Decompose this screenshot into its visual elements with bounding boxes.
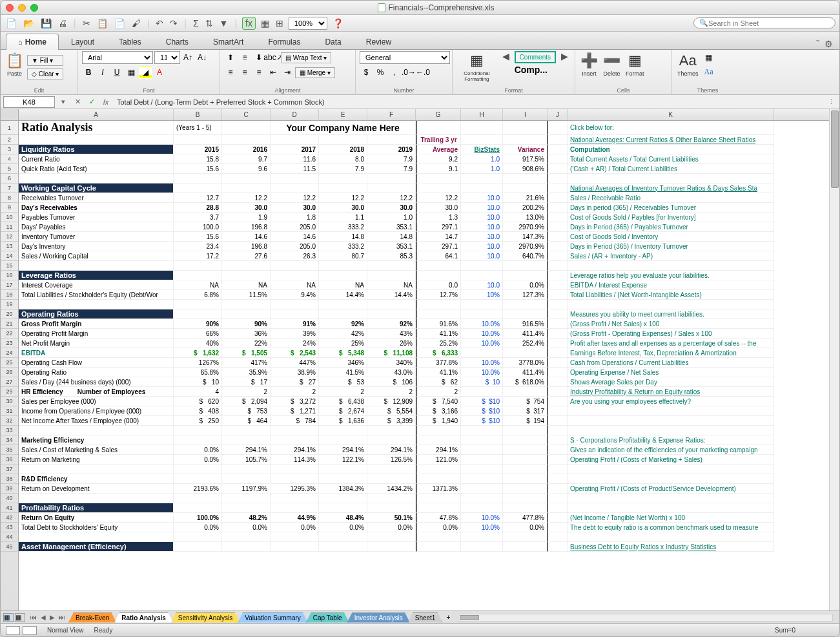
cell[interactable]: 1.1 bbox=[319, 213, 367, 222]
cell[interactable]: 196.8 bbox=[222, 222, 271, 232]
cell[interactable] bbox=[548, 445, 568, 455]
sort-icon[interactable]: ⇅ bbox=[204, 17, 214, 30]
row-header[interactable]: 5 bbox=[1, 164, 18, 174]
col-header[interactable]: I bbox=[503, 109, 548, 120]
group-icon[interactable]: ⊞ bbox=[274, 17, 285, 30]
cell[interactable]: 0.0% bbox=[503, 280, 548, 290]
section-header[interactable]: Liquidity Ratios bbox=[19, 145, 174, 154]
cell[interactable]: $ $10 bbox=[461, 416, 503, 426]
cell[interactable] bbox=[568, 494, 774, 503]
row-header[interactable]: 1 bbox=[1, 121, 18, 135]
cell[interactable]: 294.1% bbox=[271, 445, 319, 455]
cell[interactable]: The debt to equity ratio is a common ben… bbox=[568, 523, 774, 532]
tab-tables[interactable]: Tables bbox=[107, 34, 154, 50]
delete-cells-button[interactable]: ➖Delete bbox=[602, 51, 622, 78]
cell[interactable]: 346% bbox=[319, 358, 367, 368]
cell[interactable]: 105.7% bbox=[222, 455, 271, 465]
cell[interactable] bbox=[271, 135, 319, 145]
cell[interactable]: 14.8 bbox=[319, 232, 367, 242]
cell[interactable]: Total Current Assets / Total Current Lia… bbox=[568, 154, 774, 164]
cell[interactable]: 23.4 bbox=[174, 242, 222, 251]
font-name-combo[interactable]: Arial bbox=[82, 51, 153, 64]
cell[interactable]: $ 7,540 bbox=[416, 397, 461, 406]
cell[interactable] bbox=[568, 174, 774, 183]
redo-icon[interactable]: ↷ bbox=[169, 17, 179, 30]
cell[interactable] bbox=[548, 174, 568, 183]
sheet-tab[interactable]: Valuation Summary bbox=[238, 612, 308, 623]
cell[interactable]: 10.0 bbox=[461, 242, 503, 251]
col-header[interactable]: A bbox=[19, 109, 174, 120]
cell[interactable]: 353.1 bbox=[367, 222, 416, 232]
cell[interactable]: 9.1 bbox=[416, 164, 461, 174]
cell[interactable] bbox=[568, 261, 774, 271]
cell[interactable]: National Averages of Inventory Turnover … bbox=[568, 183, 774, 193]
cell[interactable]: 3.7 bbox=[174, 213, 222, 222]
cell[interactable] bbox=[548, 319, 568, 329]
cell[interactable] bbox=[174, 300, 222, 309]
link-industry-profit[interactable]: Industry Profitability & Return on Equit… bbox=[568, 387, 774, 397]
add-sheet-button[interactable]: + bbox=[442, 612, 454, 622]
cell[interactable] bbox=[222, 174, 271, 183]
cell[interactable]: Current Ratio bbox=[19, 154, 174, 164]
cell[interactable]: 41.1% bbox=[416, 368, 461, 377]
indent-dec-icon[interactable]: ⇤ bbox=[267, 66, 280, 79]
cell[interactable]: Operating Cash Flow bbox=[19, 358, 174, 368]
cell[interactable]: 1371.3% bbox=[416, 484, 461, 494]
cond-format-button[interactable]: ▦Conditional Formatting bbox=[456, 51, 497, 83]
cell[interactable]: $ 620 bbox=[174, 397, 222, 406]
cell[interactable] bbox=[461, 183, 503, 193]
row-header[interactable]: 2 bbox=[1, 135, 18, 145]
cell[interactable] bbox=[416, 532, 461, 542]
cell[interactable]: Sales / (AR + Inventory - AP) bbox=[568, 251, 774, 261]
cell[interactable] bbox=[548, 300, 568, 309]
cell[interactable] bbox=[503, 121, 548, 135]
cell[interactable]: 2018 bbox=[319, 145, 367, 154]
cell[interactable] bbox=[461, 484, 503, 494]
cell[interactable] bbox=[222, 135, 271, 145]
cell[interactable] bbox=[174, 503, 222, 513]
cell[interactable] bbox=[548, 121, 568, 135]
vertical-scrollbar[interactable] bbox=[829, 109, 839, 611]
row-header[interactable]: 27 bbox=[1, 377, 18, 387]
cell[interactable] bbox=[174, 426, 222, 435]
cell[interactable] bbox=[503, 445, 548, 455]
cell[interactable]: 27.6 bbox=[222, 251, 271, 261]
cell[interactable]: Payables Turnover bbox=[19, 213, 174, 222]
cell[interactable]: 10.0% bbox=[461, 358, 503, 368]
filter-icon[interactable]: ▼ bbox=[218, 17, 230, 30]
cell[interactable]: Operating Ratio bbox=[19, 368, 174, 377]
row-header[interactable]: 25 bbox=[1, 358, 18, 368]
row-header[interactable]: 6 bbox=[1, 174, 18, 183]
cell[interactable] bbox=[19, 300, 174, 309]
cell[interactable]: $ 3,272 bbox=[271, 397, 319, 406]
cell[interactable]: 1.9 bbox=[222, 213, 271, 222]
next-sheet-icon[interactable]: ▶ bbox=[48, 614, 56, 621]
cell[interactable] bbox=[222, 300, 271, 309]
cell[interactable] bbox=[271, 261, 319, 271]
cell[interactable]: Measures you ability to meet currrent li… bbox=[568, 309, 774, 319]
zoom-combo[interactable]: 100% bbox=[289, 17, 327, 30]
cell[interactable]: 17.2 bbox=[174, 251, 222, 261]
cell[interactable] bbox=[548, 309, 568, 319]
cell[interactable] bbox=[548, 203, 568, 213]
row-header[interactable]: 18 bbox=[1, 290, 18, 300]
cell[interactable]: Days in Period (365) / Payables Turnover bbox=[568, 222, 774, 232]
bizstats-link[interactable]: BizStats bbox=[461, 145, 503, 154]
cell[interactable] bbox=[548, 183, 568, 193]
cell[interactable]: 24% bbox=[271, 339, 319, 348]
cell[interactable]: S - Corporations Profitability & Expense… bbox=[568, 435, 774, 445]
cell[interactable] bbox=[319, 474, 367, 484]
cell[interactable]: ('Cash + AR) / Total Current Liabilities bbox=[568, 164, 774, 174]
cell[interactable] bbox=[222, 532, 271, 542]
cell[interactable]: Total Liabilities / Stockholder's Equity… bbox=[19, 290, 174, 300]
cell[interactable]: 2970.9% bbox=[503, 242, 548, 251]
view-buttons-small[interactable]: ▦▦ bbox=[3, 613, 25, 622]
row-header[interactable]: 33 bbox=[1, 426, 18, 435]
cell[interactable] bbox=[461, 348, 503, 358]
cell[interactable] bbox=[503, 309, 548, 319]
cell[interactable] bbox=[503, 174, 548, 183]
cell[interactable]: 41.1% bbox=[416, 329, 461, 339]
cell[interactable] bbox=[461, 455, 503, 465]
cell[interactable] bbox=[19, 174, 174, 183]
company-name[interactable]: Your Company Name Here bbox=[271, 121, 416, 135]
